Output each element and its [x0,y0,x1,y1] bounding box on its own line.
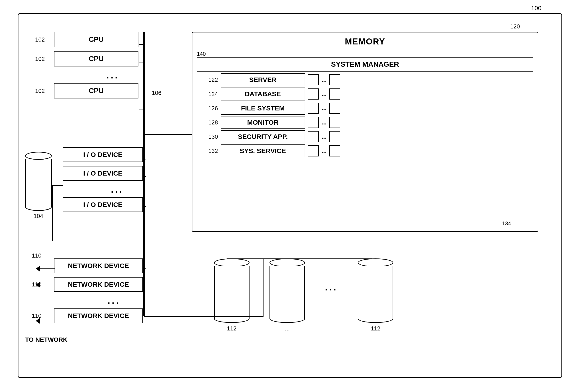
ref-132: 132 [206,148,218,154]
net-arrow-line-3 [40,321,55,321]
storage-v-drop [263,258,263,317]
net2-bus [143,285,146,285]
ref-140: 140 [197,51,206,57]
mem-storage-v [372,231,372,259]
ref-102-1: 102 [35,36,45,43]
sysservice-row: 132 SYS. SERVICE ... [206,144,533,157]
sec-small-1 [308,131,319,142]
server-small-1 [308,74,319,85]
storage-v-connector [52,185,53,241]
net-arrow-line-2 [40,285,55,285]
database-box: DATABASE [221,88,305,100]
monitor-box: MONITOR [221,116,305,129]
net-box-2: NETWORK DEVICE [54,277,143,292]
storage-cylinder-1: 112 [214,258,249,330]
ref-102-3: 102 [35,87,45,94]
ref-120: 120 [510,23,520,30]
net-arrow-1 [36,266,40,272]
storage-bus-connector [52,185,63,186]
ref-112-3: 112 [371,325,380,332]
storage-bottom-section: 112 ... ... 112 [214,258,393,330]
filesystem-box: FILE SYSTEM [221,102,305,115]
net-arrow-3 [36,318,40,324]
net-arrow-line-1 [40,268,55,269]
fs-small-1 [308,103,319,114]
cpu-section: 102 CPU 102 CPU ... 102 CPU [54,32,138,102]
ref-122: 122 [206,76,218,83]
db-small-2 [329,88,340,100]
ref-110-1: 110 [32,252,41,259]
io2-bus [143,176,146,177]
bus-storage-connector2 [227,316,263,317]
ref-102-2: 102 [35,55,45,62]
sec-small-2 [329,131,340,142]
security-row: 130 SECURITY APP. ... [206,130,533,143]
db-dots: ... [322,90,327,98]
mon-small-1 [308,117,319,128]
monitor-row: 128 MONITOR ... [206,116,533,129]
server-row: 122 SERVER ... [206,73,533,86]
net3-bus [143,321,146,321]
to-network-label: TO NETWORK [25,336,67,343]
ref-130: 130 [206,133,218,140]
system-manager-row: 140 SYSTEM MANAGER [197,51,533,72]
cpu3-bus-connector [139,110,143,110]
fs-small-2 [329,103,340,114]
bus-storage-connector [144,316,228,317]
io-dots: ... [92,185,143,195]
mon-dots: ... [322,119,327,126]
ref-128: 128 [206,119,218,126]
server-dots: ... [322,76,327,83]
sec-dots: ... [322,133,327,140]
filesystem-row: 126 FILE SYSTEM ... [206,102,533,115]
sys-small-2 [329,145,340,156]
storage-cylinder-2: ... [269,258,305,330]
cpu-box-1: CPU [54,32,138,47]
ref-112-dots: ... [285,325,290,332]
io1-bus [143,160,146,160]
memory-title: MEMORY [192,32,538,49]
io-box-2: I / O DEVICE [63,166,143,181]
server-box: SERVER [221,73,305,86]
io3-bus [143,206,146,207]
mon-small-2 [329,117,340,128]
storage-top-bar [227,258,372,259]
mem-storage-h [227,231,372,232]
ref-134: 134 [502,220,511,227]
storage-left: 104 [25,152,52,218]
cpu-box-3: CPU [54,83,138,98]
cpu2-bus-connector [139,62,143,62]
ref-106: 106 [152,90,161,96]
net-box-3: NETWORK DEVICE [54,308,143,323]
io-box-3: I / O DEVICE [63,197,143,212]
storage-between-dots: ... [325,258,338,316]
fs-dots: ... [322,105,327,112]
security-box: SECURITY APP. [221,130,305,143]
cpu-dots: ... [87,70,138,80]
cpu1-bus-connector [139,44,143,45]
bus-bar [143,32,145,316]
ref-124: 124 [206,91,218,98]
io-box-1: I / O DEVICE [63,147,143,162]
cpu-box-2: CPU [54,51,138,66]
bus-memory-connector [144,134,192,135]
sysservice-box: SYS. SERVICE [221,144,305,157]
network-section: 110 NETWORK DEVICE 110 NETWORK DEVICE ..… [54,258,143,327]
memory-box: 120 MEMORY 140 SYSTEM MANAGER 122 SERVER… [192,32,538,232]
io-section: 108 I / O DEVICE 108 I / O DEVICE ... 10… [63,147,143,216]
database-row: 124 DATABASE ... [206,88,533,100]
net-box-1: NETWORK DEVICE [54,258,143,273]
s1-drop [227,258,228,259]
net-dots: ... [85,296,143,306]
net1-bus [143,268,146,269]
storage-cylinder-3: 112 [358,258,393,330]
system-manager-box: SYSTEM MANAGER [197,57,533,72]
net-arrow-2 [36,282,40,288]
server-small-2 [329,74,340,85]
ref-100: 100 [531,5,542,12]
s2-drop [305,258,306,259]
sys-dots: ... [322,147,327,154]
ref-126: 126 [206,105,218,112]
db-small-1 [308,88,319,100]
ref-104: 104 [33,213,43,219]
